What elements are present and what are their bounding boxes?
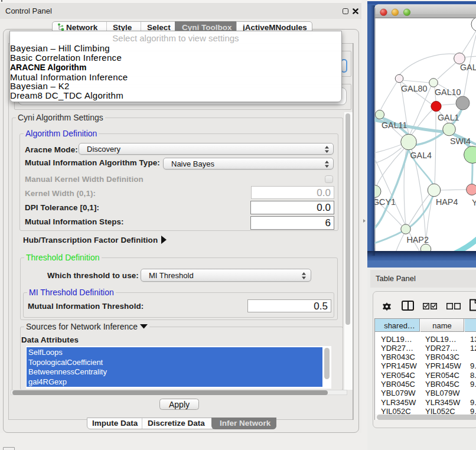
- svg-text:Y: Y: [472, 198, 476, 207]
- svg-text:GAL1: GAL1: [438, 113, 459, 122]
- svg-text:GAL10: GAL10: [435, 87, 461, 97]
- svg-text:HAP4: HAP4: [436, 197, 458, 207]
- svg-text:GAL4: GAL4: [410, 151, 432, 160]
- svg-text:GAL80: GAL80: [401, 84, 428, 93]
- svg-text:GAL11: GAL11: [382, 120, 407, 130]
- svg-text:GCY1: GCY1: [373, 197, 396, 207]
- svg-text:GAL2: GAL2: [460, 63, 476, 72]
- svg-text:SWI4: SWI4: [450, 136, 471, 146]
- svg-text:HAP2: HAP2: [407, 235, 429, 244]
